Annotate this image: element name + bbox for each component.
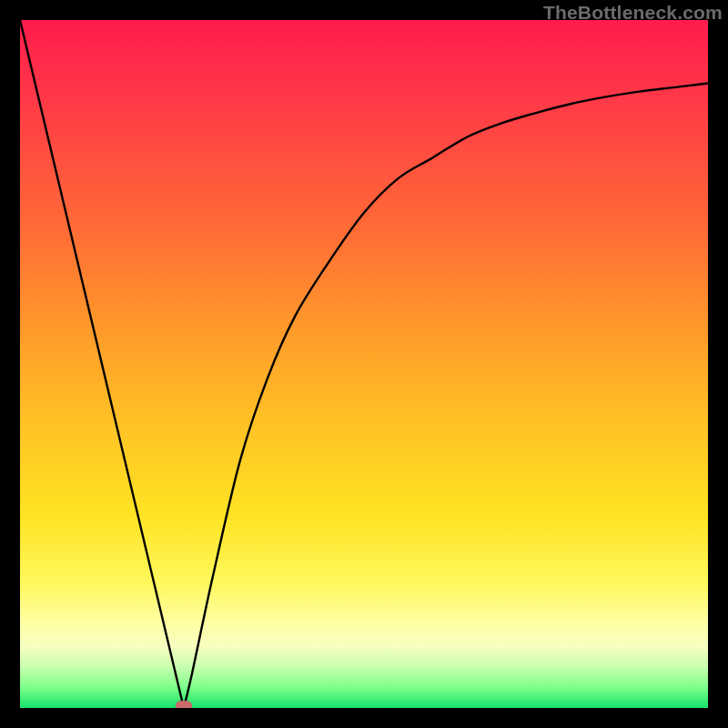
watermark-text: TheBottleneck.com (543, 2, 723, 24)
plot-area (20, 20, 708, 708)
bottleneck-curve (20, 20, 708, 708)
chart-frame: TheBottleneck.com (0, 0, 728, 728)
optimal-point-marker (176, 701, 192, 708)
